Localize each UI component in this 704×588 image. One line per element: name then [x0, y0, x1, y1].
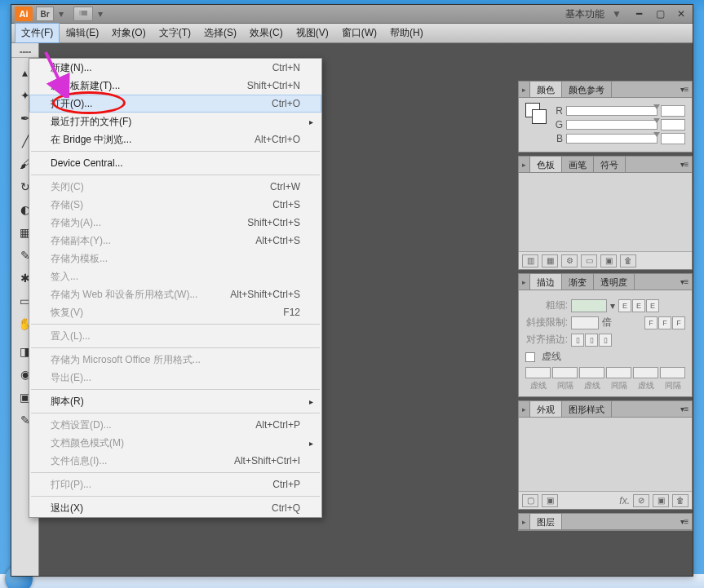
align-center-icon[interactable]: ▯	[571, 334, 584, 347]
cap-butt-icon[interactable]: E	[618, 299, 631, 312]
bridge-logo-icon[interactable]: Br	[36, 7, 54, 21]
r-value[interactable]	[661, 105, 685, 117]
tab-symbols[interactable]: 符号	[594, 157, 626, 172]
appear-dup-icon[interactable]: ▣	[653, 494, 669, 507]
swatch-lib-icon[interactable]: ▥	[522, 254, 538, 267]
tab-appearance[interactable]: 外观	[530, 401, 562, 417]
panel-collapse-icon[interactable]: ▸	[519, 82, 530, 97]
menu-file-info[interactable]: 文件信息(I)...Alt+Shift+Ctrl+I	[29, 452, 321, 470]
join-bevel-icon[interactable]: F	[672, 316, 685, 329]
menu-file[interactable]: 文件(F)	[15, 23, 60, 43]
menu-save-template[interactable]: 存储为模板...	[29, 250, 321, 267]
panel-menu-icon[interactable]: ▾≡	[677, 274, 692, 290]
minimize-button[interactable]: ━	[631, 8, 647, 20]
panel-menu-icon[interactable]: ▾≡	[677, 401, 692, 417]
appear-fill-icon[interactable]: ▣	[542, 494, 558, 507]
toolbar-layout-dropdown[interactable]	[73, 7, 93, 21]
swatch-new-icon[interactable]: ▣	[600, 254, 617, 267]
maximize-button[interactable]: ▢	[652, 8, 668, 20]
menu-window[interactable]: 窗口(W)	[335, 23, 383, 43]
menu-view[interactable]: 视图(V)	[290, 23, 335, 43]
menu-browse-in-bridge[interactable]: 在 Bridge 中浏览...Alt+Ctrl+O	[29, 130, 321, 148]
tab-layers[interactable]: 图层	[530, 514, 562, 529]
dash3-input[interactable]	[633, 367, 658, 378]
align-inside-icon[interactable]: ▯	[585, 334, 598, 347]
swatch-kind-icon[interactable]: ▦	[542, 254, 558, 267]
menu-new-from-template[interactable]: 从模板新建(T)...Shift+Ctrl+N	[29, 77, 321, 95]
swatch-del-icon[interactable]: 🗑	[620, 254, 636, 267]
menu-scripts[interactable]: 脚本(R)	[29, 392, 321, 410]
br-dropdown-icon[interactable]: ▾	[57, 9, 65, 19]
file-menu-dropdown: 新建(N)...Ctrl+N 从模板新建(T)...Shift+Ctrl+N 打…	[29, 58, 322, 518]
menu-open[interactable]: 打开(O)...Ctrl+O	[29, 95, 321, 113]
workspace-dropdown-icon[interactable]: ▼	[613, 9, 621, 19]
panel-menu-icon[interactable]: ▾≡	[677, 157, 692, 172]
menu-device-central[interactable]: Device Central...	[29, 154, 321, 172]
panel-collapse-icon[interactable]: ▸	[519, 274, 530, 290]
menu-save-for-office[interactable]: 存储为 Microsoft Office 所用格式...	[29, 351, 321, 369]
dashed-checkbox[interactable]	[525, 352, 535, 362]
menu-revert[interactable]: 恢复(V)F12	[29, 303, 321, 321]
menu-recent-files[interactable]: 最近打开的文件(F)	[29, 113, 321, 130]
swatch-group-icon[interactable]: ▭	[581, 254, 597, 267]
gap1-input[interactable]	[552, 367, 578, 378]
menu-export[interactable]: 导出(E)...	[29, 369, 321, 387]
tab-transparency[interactable]: 透明度	[594, 274, 635, 290]
weight-input[interactable]	[571, 299, 607, 312]
join-round-icon[interactable]: F	[658, 316, 671, 329]
dash2-input[interactable]	[579, 367, 604, 378]
menu-save-for-web[interactable]: 存储为 Web 和设备所用格式(W)...Alt+Shift+Ctrl+S	[29, 285, 321, 303]
tab-brushes[interactable]: 画笔	[562, 157, 594, 172]
tab-color[interactable]: 颜色	[530, 82, 562, 97]
menu-document-setup[interactable]: 文档设置(D)...Alt+Ctrl+P	[29, 416, 321, 434]
menu-print[interactable]: 打印(P)...Ctrl+P	[29, 475, 321, 493]
menu-save-copy[interactable]: 存储副本(Y)...Alt+Ctrl+S	[29, 232, 321, 250]
tab-swatches[interactable]: 色板	[530, 157, 562, 172]
panel-collapse-icon[interactable]: ▸	[519, 157, 530, 172]
gap2-input[interactable]	[606, 367, 631, 378]
menu-object[interactable]: 对象(O)	[105, 23, 152, 43]
miter-input[interactable]	[571, 316, 599, 329]
menu-select[interactable]: 选择(S)	[197, 23, 243, 43]
tab-color-guide[interactable]: 颜色参考	[562, 82, 612, 97]
tab-gradient[interactable]: 渐变	[562, 274, 594, 290]
fill-stroke-swatch[interactable]	[525, 103, 547, 124]
menu-type[interactable]: 文字(T)	[153, 23, 197, 43]
swatch-options-icon[interactable]: ⚙	[561, 254, 578, 267]
menu-save-as[interactable]: 存储为(A)...Shift+Ctrl+S	[29, 214, 321, 232]
menu-help[interactable]: 帮助(H)	[383, 23, 430, 43]
tab-graphic-styles[interactable]: 图形样式	[562, 401, 612, 417]
b-value[interactable]	[661, 133, 685, 144]
menu-close[interactable]: 关闭(C)Ctrl+W	[29, 178, 321, 196]
g-slider[interactable]	[566, 120, 658, 130]
workspace-switcher[interactable]: 基本功能	[559, 7, 611, 21]
dash1-input[interactable]	[525, 367, 551, 378]
panel-menu-icon[interactable]: ▾≡	[677, 514, 692, 529]
g-value[interactable]	[661, 119, 685, 130]
appear-del-icon[interactable]: 🗑	[672, 494, 689, 507]
cap-round-icon[interactable]: E	[632, 299, 645, 312]
menu-place[interactable]: 置入(L)...	[29, 327, 321, 345]
menu-edit[interactable]: 编辑(E)	[60, 23, 105, 43]
appear-clear-icon[interactable]: ⊘	[633, 494, 649, 507]
b-slider[interactable]	[566, 134, 658, 144]
menu-document-color-mode[interactable]: 文档颜色模式(M)	[29, 434, 321, 452]
r-slider[interactable]	[566, 106, 658, 116]
gap3-input[interactable]	[660, 367, 685, 378]
menu-save[interactable]: 存储(S)Ctrl+S	[29, 196, 321, 214]
panel-collapse-icon[interactable]: ▸	[519, 514, 530, 529]
panel-menu-icon[interactable]: ▾≡	[677, 82, 692, 97]
appear-stroke-icon[interactable]: ▢	[522, 494, 538, 507]
panel-collapse-icon[interactable]: ▸	[519, 401, 530, 417]
toolbox-grip-icon[interactable]: ╌╌	[11, 46, 38, 58]
menu-new[interactable]: 新建(N)...Ctrl+N	[29, 59, 321, 77]
close-button[interactable]: ✕	[673, 8, 689, 20]
menu-exit[interactable]: 退出(X)Ctrl+Q	[29, 499, 321, 517]
align-outside-icon[interactable]: ▯	[599, 334, 612, 347]
menu-checkin[interactable]: 签入...	[29, 267, 321, 285]
cap-project-icon[interactable]: E	[646, 299, 659, 312]
tab-stroke[interactable]: 描边	[530, 274, 562, 290]
layout-dropdown-icon[interactable]: ▾	[96, 9, 104, 19]
join-miter-icon[interactable]: F	[644, 316, 658, 329]
menu-effect[interactable]: 效果(C)	[243, 23, 290, 43]
